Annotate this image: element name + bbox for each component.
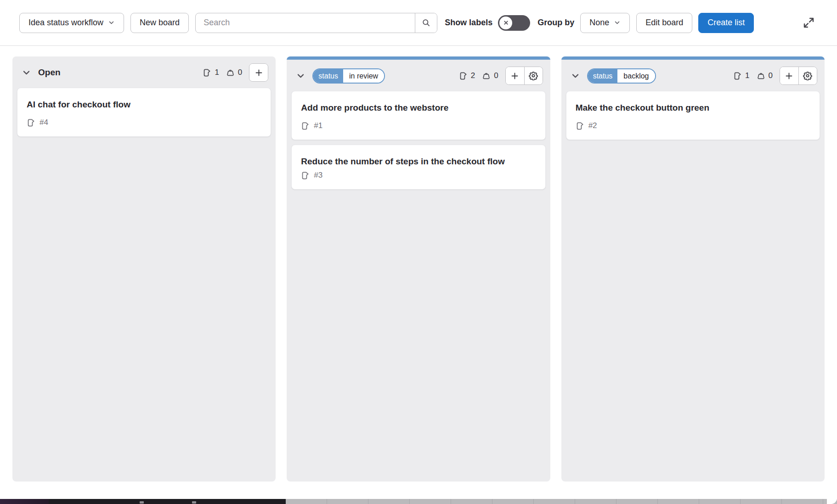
plus-icon	[785, 72, 793, 80]
list-cards: Add more products to the webstore #1 Red…	[287, 90, 550, 482]
issue-count: 1	[203, 68, 219, 77]
list-header: Open 1 0	[12, 56, 276, 87]
add-issue-button[interactable]	[506, 67, 524, 84]
plus-icon	[254, 68, 263, 77]
issue-card[interactable]: Reduce the number of steps in the checko…	[291, 145, 545, 190]
issue-title[interactable]: Add more products to the webstore	[301, 102, 536, 113]
weight-count: 0	[757, 71, 773, 80]
list-settings-button[interactable]	[798, 67, 817, 84]
weight-count: 0	[226, 68, 242, 77]
gear-icon	[529, 71, 538, 80]
plus-icon	[510, 72, 519, 80]
issue-ref-row: #1	[301, 121, 536, 130]
weight-icon	[226, 68, 235, 77]
list-header: status in review 2 0	[287, 60, 550, 90]
issue-card[interactable]: AI chat for checkout flow #4	[17, 88, 271, 137]
issue-ref: #2	[588, 121, 597, 130]
list-actions	[505, 67, 543, 85]
search-box	[195, 13, 437, 33]
issue-count: 1	[733, 71, 749, 80]
list-cards: Make the checkout button green #2	[561, 90, 825, 482]
chevron-down-icon	[614, 19, 621, 26]
issue-ref-row: #3	[301, 171, 536, 180]
new-board-label: New board	[140, 18, 180, 28]
issue-board: Open 1 0 AI chat for checkout flow	[0, 46, 837, 482]
group-by-label: Group by	[537, 18, 574, 28]
issue-icon	[301, 122, 310, 130]
issue-title[interactable]: AI chat for checkout flow	[27, 99, 261, 110]
search-button[interactable]	[415, 13, 437, 33]
board-toolbar: Idea status workflow New board Show labe…	[0, 0, 837, 46]
chevron-down-icon	[296, 71, 305, 81]
issue-ref: #4	[40, 118, 48, 127]
gear-icon	[803, 71, 812, 80]
label-value: backlog	[617, 69, 655, 83]
issue-icon	[576, 122, 584, 130]
issue-icon	[301, 171, 310, 180]
taskbar-segment	[286, 499, 837, 504]
create-list-label: Create list	[707, 18, 745, 28]
issue-icon	[203, 68, 211, 77]
collapse-list-button[interactable]	[20, 66, 33, 79]
weight-value: 0	[238, 68, 242, 77]
issue-title[interactable]: Make the checkout button green	[576, 102, 810, 113]
list-actions	[249, 63, 268, 82]
issue-ref-row: #4	[27, 118, 261, 127]
create-list-button[interactable]: Create list	[698, 13, 754, 33]
list-title: Open	[38, 67, 61, 78]
list-label[interactable]: status backlog	[587, 68, 656, 84]
show-labels-toggle[interactable]	[498, 15, 530, 31]
issue-ref-row: #2	[576, 121, 810, 130]
weight-icon	[482, 72, 491, 80]
list-header: status backlog 1 0	[561, 60, 825, 90]
fullscreen-button[interactable]	[800, 14, 818, 32]
collapse-list-button[interactable]	[294, 69, 307, 83]
list-settings-button[interactable]	[524, 67, 543, 84]
issue-title[interactable]: Reduce the number of steps in the checko…	[301, 156, 536, 167]
issue-card[interactable]: Make the checkout button green #2	[566, 91, 820, 140]
list-actions	[780, 67, 817, 85]
issue-card[interactable]: Add more products to the webstore #1	[291, 91, 545, 140]
weight-value: 0	[494, 71, 498, 80]
list-label[interactable]: status in review	[312, 68, 385, 84]
issue-count-value: 1	[745, 71, 749, 80]
label-scope: status	[313, 69, 343, 83]
expand-icon	[803, 17, 815, 29]
collapse-list-button[interactable]	[569, 69, 582, 83]
board-switcher-label: Idea status workflow	[28, 18, 103, 28]
issue-ref: #1	[314, 121, 322, 130]
weight-value: 0	[769, 71, 773, 80]
list-accent-bar	[287, 56, 550, 60]
toggle-off-icon	[499, 17, 512, 29]
issue-count-value: 2	[471, 71, 475, 80]
add-issue-button[interactable]	[249, 64, 268, 81]
issue-icon	[459, 72, 468, 80]
issue-icon	[27, 118, 35, 127]
board-list-open: Open 1 0 AI chat for checkout flow	[12, 56, 276, 482]
chevron-down-icon	[108, 19, 115, 26]
group-by-dropdown[interactable]: None	[580, 13, 630, 33]
show-labels-label: Show labels	[445, 18, 492, 28]
taskbar-strip	[0, 499, 837, 504]
issue-icon	[733, 72, 742, 80]
weight-icon	[757, 72, 765, 80]
issue-count: 2	[459, 71, 475, 80]
board-switcher-dropdown[interactable]: Idea status workflow	[19, 13, 124, 33]
edit-board-button[interactable]: Edit board	[636, 13, 692, 33]
board-list-in-review: status in review 2 0	[287, 56, 550, 482]
list-cards: AI chat for checkout flow #4	[12, 87, 276, 482]
new-board-button[interactable]: New board	[130, 13, 189, 33]
weight-count: 0	[482, 71, 498, 80]
list-accent-bar	[561, 56, 825, 60]
issue-count-value: 1	[215, 68, 219, 77]
board-list-backlog: status backlog 1 0	[561, 56, 825, 482]
group-by-value: None	[589, 18, 609, 28]
search-icon	[422, 18, 430, 27]
edit-board-label: Edit board	[645, 18, 683, 28]
chevron-down-icon	[571, 71, 580, 81]
search-input[interactable]	[196, 13, 415, 33]
issue-ref: #3	[314, 171, 322, 180]
taskbar-segment	[49, 499, 286, 504]
add-issue-button[interactable]	[780, 67, 798, 84]
label-scope: status	[588, 69, 618, 83]
